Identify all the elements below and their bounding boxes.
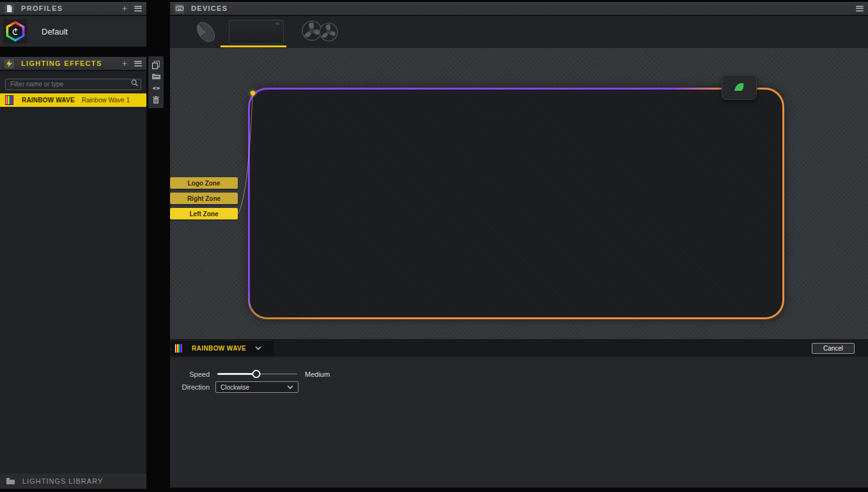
rainbow-stripe-icon <box>5 95 13 105</box>
library-folder-icon <box>6 478 15 484</box>
rainbow-stripe-icon <box>174 344 183 353</box>
profiles-page-icon <box>4 4 14 13</box>
fans-image <box>299 19 341 45</box>
bolt-icon <box>4 59 14 68</box>
device-lighting-canvas: Logo Zone Right Zone Left Zone <box>170 48 868 339</box>
devices-title: DEVICES <box>191 4 228 12</box>
chevron-down-icon <box>287 385 293 389</box>
selected-effect-label: RAINBOW WAVE <box>192 345 246 352</box>
selected-tab-underline <box>221 45 286 47</box>
profile-row-default[interactable]: Default <box>0 17 146 45</box>
add-profile-button[interactable]: + <box>119 4 130 13</box>
copy-icon[interactable] <box>150 60 162 70</box>
trash-icon[interactable] <box>150 95 162 105</box>
cancel-button[interactable]: Cancel <box>812 343 855 354</box>
effect-type-label: RAINBOW WAVE <box>22 97 75 104</box>
zone-button-label: Logo Zone <box>187 180 220 187</box>
profiles-title: PROFILES <box>21 4 63 12</box>
effects-menu-icon[interactable] <box>134 61 142 67</box>
effect-editor-header: RAINBOW WAVE Cancel <box>170 339 868 357</box>
icue-window: PROFILES + Default LIGH <box>0 0 868 492</box>
speed-slider[interactable] <box>217 370 297 378</box>
eye-icon[interactable] <box>150 83 162 93</box>
filter-input[interactable] <box>5 79 141 90</box>
direction-label: Direction <box>162 383 210 391</box>
tab-device-mousepad[interactable] <box>222 19 290 45</box>
zone-button-right[interactable]: Right Zone <box>170 193 238 204</box>
tab-device-fans[interactable] <box>295 19 345 45</box>
mousepad-visualization <box>248 88 784 319</box>
mousepad-image <box>229 20 284 44</box>
slider-thumb[interactable] <box>252 370 261 378</box>
profiles-menu-icon[interactable] <box>134 6 142 12</box>
icue-logo-icon <box>5 21 26 42</box>
slider-fill <box>217 373 256 375</box>
speed-value: Medium <box>305 370 330 378</box>
profile-name: Default <box>42 27 68 36</box>
device-tabs <box>170 16 868 48</box>
effect-list-item-rainbow-wave[interactable]: RAINBOW WAVE Rainbow Wave 1 <box>0 93 146 107</box>
search-icon <box>131 79 138 86</box>
zone-anchor-dot <box>251 91 255 95</box>
cancel-label: Cancel <box>823 345 843 352</box>
zone-button-left[interactable]: Left Zone <box>170 208 238 219</box>
zone-button-label: Right Zone <box>187 195 221 202</box>
devices-header: DEVICES <box>170 2 868 15</box>
add-effect-button[interactable]: + <box>119 59 130 68</box>
direction-select[interactable]: Clockwise <box>215 381 298 393</box>
devices-menu-icon[interactable] <box>856 6 864 12</box>
lighting-effects-panel: RAINBOW WAVE Rainbow Wave 1 <box>0 71 146 473</box>
corsair-sail-icon <box>733 82 745 93</box>
profiles-header: PROFILES + <box>0 2 146 15</box>
logo-zone-tab[interactable] <box>722 75 757 100</box>
effect-name-label: Rainbow Wave 1 <box>82 97 130 104</box>
lightings-library-button[interactable]: LIGHTINGS LIBRARY <box>0 473 146 489</box>
lighting-effects-title: LIGHTING EFFECTS <box>21 60 102 67</box>
folder-icon[interactable] <box>150 71 162 81</box>
mouse-image <box>192 18 220 46</box>
keyboard-icon <box>174 4 184 13</box>
lighting-effects-header: LIGHTING EFFECTS + <box>0 57 146 70</box>
library-label: LIGHTINGS LIBRARY <box>22 477 103 485</box>
profile-avatar <box>3 19 27 44</box>
zone-button-logo[interactable]: Logo Zone <box>170 177 238 189</box>
effects-toolbar <box>148 56 164 108</box>
zone-button-label: Left Zone <box>190 210 219 218</box>
chevron-down-icon <box>255 346 261 350</box>
effect-editor-body: Speed Medium Direction Clockwise <box>170 357 868 488</box>
direction-value: Clockwise <box>221 384 287 391</box>
mousepad-surface <box>250 90 782 317</box>
speed-label: Speed <box>170 370 210 378</box>
effect-selector-dropdown[interactable]: RAINBOW WAVE <box>171 341 274 355</box>
profiles-panel: Default <box>0 16 146 47</box>
